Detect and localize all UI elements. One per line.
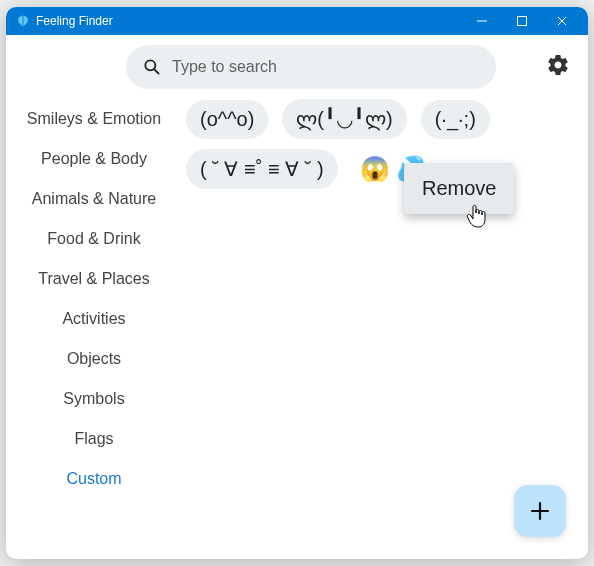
context-menu-remove[interactable]: Remove bbox=[404, 163, 514, 214]
sidebar-item-objects[interactable]: Objects bbox=[63, 339, 125, 379]
top-row: Type to search bbox=[20, 45, 574, 89]
sidebar-item-activities[interactable]: Activities bbox=[58, 299, 129, 339]
sidebar-item-people-body[interactable]: People & Body bbox=[37, 139, 151, 179]
content-area: Type to search Smileys & Emotion People … bbox=[6, 35, 588, 559]
titlebar: Feeling Finder bbox=[6, 7, 588, 35]
emoji-row: (o^^o) ლ(╹◡╹ლ) (·_·;) bbox=[186, 99, 574, 139]
minimize-button[interactable] bbox=[462, 7, 502, 35]
window-controls bbox=[462, 7, 582, 35]
sidebar-item-custom[interactable]: Custom bbox=[62, 459, 125, 499]
close-button[interactable] bbox=[542, 7, 582, 35]
app-icon bbox=[16, 14, 30, 28]
svg-rect-1 bbox=[518, 17, 527, 26]
sidebar-item-food-drink[interactable]: Food & Drink bbox=[43, 219, 144, 259]
sidebar-item-flags[interactable]: Flags bbox=[70, 419, 117, 459]
app-title: Feeling Finder bbox=[36, 14, 462, 28]
plus-icon bbox=[528, 499, 552, 523]
context-menu-label: Remove bbox=[422, 177, 496, 199]
search-input[interactable]: Type to search bbox=[126, 45, 496, 89]
emoticon-chip[interactable]: ( ˘ ∀ ≡˚ ≡ ∀ ˘ ) bbox=[186, 149, 338, 189]
app-window: Feeling Finder Type t bbox=[6, 7, 588, 559]
settings-button[interactable] bbox=[546, 53, 574, 81]
emoticon-chip[interactable]: (o^^o) bbox=[186, 100, 268, 139]
search-icon bbox=[142, 57, 162, 77]
sidebar-item-symbols[interactable]: Symbols bbox=[59, 379, 128, 419]
sidebar-item-travel-places[interactable]: Travel & Places bbox=[34, 259, 153, 299]
sidebar-item-smileys-emotion[interactable]: Smileys & Emotion bbox=[23, 99, 165, 139]
emoji-row: ( ˘ ∀ ≡˚ ≡ ∀ ˘ ) 😱 💦 bbox=[186, 149, 574, 189]
emoticon-chip[interactable]: ლ(╹◡╹ლ) bbox=[282, 99, 406, 139]
add-button[interactable] bbox=[514, 485, 566, 537]
svg-line-5 bbox=[155, 70, 159, 74]
sidebar: Smileys & Emotion People & Body Animals … bbox=[20, 95, 168, 545]
sidebar-item-animals-nature[interactable]: Animals & Nature bbox=[28, 179, 161, 219]
emoticon-chip[interactable]: (·_·;) bbox=[421, 100, 490, 139]
emoji-grid: (o^^o) ლ(╹◡╹ლ) (·_·;) ( ˘ ∀ ≡˚ ≡ ∀ ˘ ) 😱… bbox=[186, 95, 574, 545]
gear-icon bbox=[546, 53, 570, 77]
search-placeholder: Type to search bbox=[172, 58, 277, 76]
maximize-button[interactable] bbox=[502, 7, 542, 35]
svg-point-4 bbox=[145, 60, 155, 70]
